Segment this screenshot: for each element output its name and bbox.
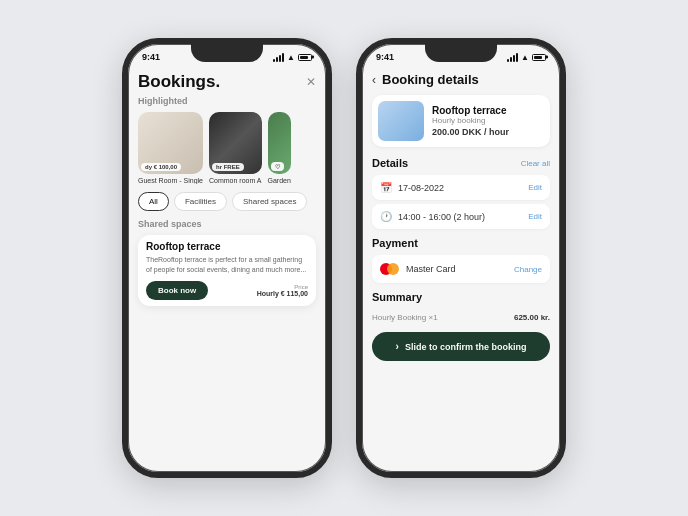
back-button[interactable]: ‹: [372, 73, 376, 87]
highlighted-label: Highlighted: [138, 96, 316, 106]
mastercard-icon: [380, 262, 400, 276]
time-1: 9:41: [142, 52, 160, 62]
calendar-icon: 📅: [380, 182, 392, 193]
clear-all-button[interactable]: Clear all: [521, 159, 550, 168]
payment-section: Payment Master Card Change: [372, 237, 550, 283]
filter-tabs: All Facilities Shared spaces: [138, 192, 316, 211]
wifi-icon-2: ▲: [521, 53, 529, 62]
card-badge-garden: ♡: [271, 162, 284, 171]
notch-1: [191, 44, 263, 62]
detail-row-time: 🕐 14:00 - 16:00 (2 hour) Edit: [372, 204, 550, 229]
detail-date-left: 📅 17-08-2022: [380, 182, 444, 193]
bookings-title: Bookings.: [138, 72, 220, 92]
close-button[interactable]: ✕: [306, 75, 316, 89]
summary-row-0: Hourly Booking ×1 625.00 kr.: [372, 309, 550, 326]
card-label-room: Guest Room - Single: [138, 177, 203, 184]
confirm-booking-button[interactable]: › Slide to confirm the booking: [372, 332, 550, 361]
status-icons-1: ▲: [273, 53, 312, 62]
tab-shared-spaces[interactable]: Shared spaces: [232, 192, 307, 211]
details-title: Details: [372, 157, 408, 169]
detail-date-text: 17-08-2022: [398, 183, 444, 193]
price-info: Price Hourly € 115,00: [257, 284, 308, 297]
rooftop-preview-info: Rooftop terrace Hourly booking 200.00 DK…: [432, 105, 509, 137]
rooftop-card-desc: TheRooftop terrace is perfect for a smal…: [146, 255, 308, 275]
tab-facilities[interactable]: Facilities: [174, 192, 227, 211]
rooftop-preview: Rooftop terrace Hourly booking 200.00 DK…: [372, 95, 550, 147]
rooftop-card-body: Rooftop terrace TheRooftop terrace is pe…: [138, 235, 316, 306]
summary-val-0: 625.00 kr.: [514, 313, 550, 322]
time-2: 9:41: [376, 52, 394, 62]
card-wrap-room: dy € 100,00 Guest Room - Single: [138, 112, 203, 184]
phone-2: 9:41 ▲ ‹ Booking details: [356, 38, 566, 478]
rooftop-card-footer: Book now Price Hourly € 115,00: [146, 281, 308, 300]
summary-section: Summary Hourly Booking ×1 625.00 kr.: [372, 291, 550, 326]
details-header: Details Clear all: [372, 157, 550, 169]
highlight-cards: dy € 100,00 Guest Room - Single hr FREE …: [138, 112, 316, 184]
preview-price: 200.00 DKK / hour: [432, 127, 509, 137]
payment-row: Master Card Change: [372, 255, 550, 283]
card-common-room[interactable]: hr FREE: [209, 112, 262, 174]
bookings-header: Bookings. ✕: [138, 66, 316, 96]
card-badge-room: dy € 100,00: [141, 163, 181, 171]
wifi-icon-1: ▲: [287, 53, 295, 62]
rooftop-card: Rooftop terrace TheRooftop terrace is pe…: [138, 235, 316, 306]
phone-1: 9:41 ▲ Bookings. ✕ Highlighted: [122, 38, 332, 478]
shared-spaces-label: Shared spaces: [138, 219, 316, 229]
slide-arrow-icon: ›: [396, 341, 399, 352]
card-label-common: Common room A: [209, 177, 262, 184]
tab-all[interactable]: All: [138, 192, 169, 211]
battery-2: [532, 54, 546, 61]
battery-1: [298, 54, 312, 61]
confirm-btn-label: Slide to confirm the booking: [405, 342, 527, 352]
payment-card-name: Master Card: [406, 264, 456, 274]
summary-title: Summary: [372, 291, 550, 303]
card-wrap-common: hr FREE Common room A: [209, 112, 262, 184]
edit-time-button[interactable]: Edit: [528, 212, 542, 221]
price-value: Hourly € 115,00: [257, 290, 308, 297]
rooftop-thumbnail: [378, 101, 424, 141]
card-garden[interactable]: ♡: [268, 112, 291, 174]
edit-date-button[interactable]: Edit: [528, 183, 542, 192]
book-now-button[interactable]: Book now: [146, 281, 208, 300]
phones-container: 9:41 ▲ Bookings. ✕ Highlighted: [122, 38, 566, 478]
card-guest-room[interactable]: dy € 100,00: [138, 112, 203, 174]
preview-name: Rooftop terrace: [432, 105, 509, 116]
rooftop-card-title: Rooftop terrace: [146, 241, 308, 252]
detail-time-text: 14:00 - 16:00 (2 hour): [398, 212, 485, 222]
booking-header: ‹ Booking details: [372, 66, 550, 95]
clock-icon: 🕐: [380, 211, 392, 222]
card-badge-common: hr FREE: [212, 163, 244, 171]
signal-bars-2: [507, 53, 518, 62]
phone-2-content: ‹ Booking details Rooftop terrace Hourly…: [362, 66, 560, 472]
preview-type: Hourly booking: [432, 116, 509, 125]
notch-2: [425, 44, 497, 62]
signal-bars-1: [273, 53, 284, 62]
payment-title: Payment: [372, 237, 550, 249]
booking-details-title: Booking details: [382, 72, 479, 87]
status-icons-2: ▲: [507, 53, 546, 62]
detail-row-date: 📅 17-08-2022 Edit: [372, 175, 550, 200]
phone-1-content: Bookings. ✕ Highlighted dy € 100,00 Gues…: [128, 66, 326, 472]
card-wrap-garden: ♡ Garden: [268, 112, 291, 184]
summary-label-0: Hourly Booking ×1: [372, 313, 438, 322]
detail-time-left: 🕐 14:00 - 16:00 (2 hour): [380, 211, 485, 222]
change-payment-button[interactable]: Change: [514, 265, 542, 274]
payment-row-left: Master Card: [380, 262, 456, 276]
details-section: Details Clear all 📅 17-08-2022 Edit 🕐 14…: [372, 157, 550, 229]
card-label-garden: Garden: [268, 177, 291, 184]
